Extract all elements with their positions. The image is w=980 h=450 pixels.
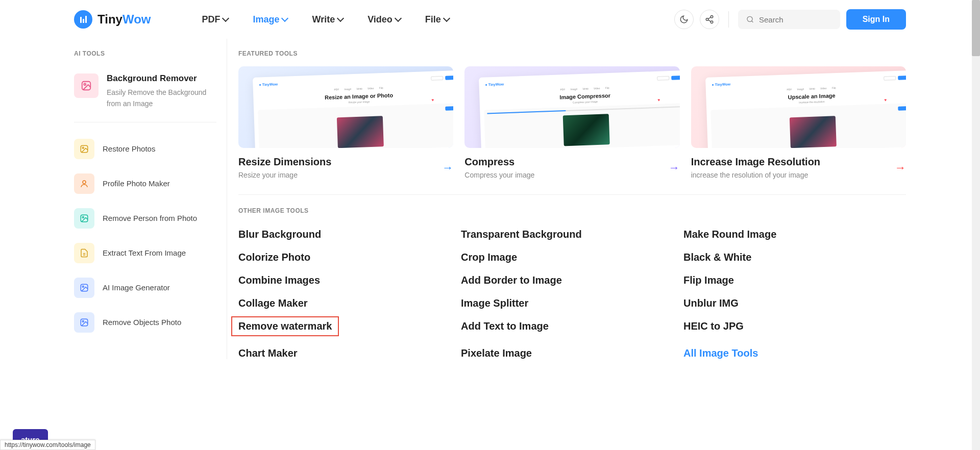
card-preview: ● TinyWowPDFImageWriteVideoFileResize an… — [238, 66, 453, 148]
tool-remove-watermark[interactable]: Remove watermark — [231, 316, 339, 336]
tool-pixelate-image[interactable]: Pixelate Image — [461, 347, 683, 359]
share-button[interactable] — [700, 10, 719, 29]
tool-collage-maker[interactable]: Collage Maker — [238, 297, 461, 309]
user-icon — [74, 173, 94, 194]
tool-heic-to-jpg[interactable]: HEIC to JPG — [683, 320, 906, 336]
chevron-down-icon — [281, 15, 288, 22]
other-section-label: OTHER IMAGE TOOLS — [238, 207, 906, 214]
featured-card-compress[interactable]: ● TinyWowPDFImageWriteVideoFileImage Com… — [464, 66, 679, 179]
tool-make-round-image[interactable]: Make Round Image — [683, 229, 906, 240]
search-box[interactable] — [738, 10, 840, 29]
sidebar-item-restore-photos[interactable]: Restore Photos — [74, 132, 216, 166]
featured-card-resize[interactable]: ● TinyWowPDFImageWriteVideoFileResize an… — [238, 66, 453, 179]
logo[interactable]: TinyWow — [74, 10, 151, 29]
arrow-right-icon: → — [669, 161, 680, 174]
tool-unblur-img[interactable]: Unblur IMG — [683, 297, 906, 309]
tool-black-white[interactable]: Black & White — [683, 252, 906, 263]
svg-point-17 — [82, 286, 84, 287]
svg-point-8 — [84, 83, 86, 85]
tool-add-border[interactable]: Add Border to Image — [461, 274, 683, 286]
nav-file[interactable]: File — [425, 14, 449, 25]
sidebar-item-remove-person[interactable]: Remove Person from Photo — [74, 201, 216, 236]
tools-grid: Blur Background Transparent Background M… — [238, 229, 906, 359]
image-icon — [74, 312, 94, 333]
chevron-down-icon — [395, 15, 402, 22]
image-icon — [74, 73, 99, 98]
card-subtitle: Resize your image — [238, 171, 331, 179]
sidebar-item-label: Extract Text From Image — [103, 248, 186, 257]
svg-point-2 — [710, 21, 713, 23]
logo-icon — [74, 10, 92, 29]
svg-line-3 — [708, 20, 710, 21]
search-input[interactable] — [759, 15, 832, 24]
card-subtitle: Compress your image — [464, 171, 534, 179]
sidebar-item-label: Restore Photos — [103, 144, 155, 153]
tool-flip-image[interactable]: Flip Image — [683, 274, 906, 286]
tool-chart-maker[interactable]: Chart Maker — [238, 347, 461, 359]
card-title: Compress — [464, 156, 534, 168]
scrollbar[interactable] — [972, 0, 980, 450]
header-right: Sign In — [674, 9, 906, 30]
status-bar-url: https://tinywow.com/tools/image — [0, 440, 95, 450]
nav-pdf[interactable]: PDF — [202, 14, 228, 25]
featured-row: ● TinyWowPDFImageWriteVideoFileResize an… — [238, 66, 906, 179]
tool-combine-images[interactable]: Combine Images — [238, 274, 461, 286]
sidebar-featured-item[interactable]: Background Remover Easily Remove the Bac… — [74, 66, 216, 117]
sidebar-item-label: Profile Photo Maker — [103, 179, 170, 188]
svg-point-10 — [82, 147, 84, 148]
sidebar-featured-desc: Easily Remove the Background from an Ima… — [107, 87, 216, 110]
card-subtitle: increase the resolution of your image — [691, 171, 820, 179]
arrow-right-icon: → — [442, 161, 453, 174]
main-nav: PDF Image Write Video File — [202, 14, 449, 25]
svg-point-1 — [706, 18, 708, 21]
tool-image-splitter[interactable]: Image Splitter — [461, 297, 683, 309]
divider — [728, 11, 729, 28]
card-preview: ● TinyWowPDFImageWriteVideoFileUpscale a… — [691, 66, 906, 148]
sidebar: AI TOOLS Background Remover Easily Remov… — [74, 39, 227, 359]
brand-text: TinyWow — [97, 12, 151, 27]
content: AI TOOLS Background Remover Easily Remov… — [0, 39, 980, 359]
featured-card-upscale[interactable]: ● TinyWowPDFImageWriteVideoFileUpscale a… — [691, 66, 906, 179]
sidebar-item-label: Remove Objects Photo — [103, 318, 181, 327]
image-icon — [74, 278, 94, 298]
nav-video[interactable]: Video — [368, 14, 401, 25]
svg-point-13 — [82, 216, 84, 218]
svg-point-19 — [82, 320, 84, 322]
tool-crop-image[interactable]: Crop Image — [461, 252, 683, 263]
tool-blur-background[interactable]: Blur Background — [238, 229, 461, 240]
signin-button[interactable]: Sign In — [846, 9, 906, 30]
svg-point-11 — [83, 181, 86, 184]
sidebar-item-label: Remove Person from Photo — [103, 214, 197, 222]
header: TinyWow PDF Image Write Video File Sign … — [0, 0, 980, 39]
image-icon — [74, 208, 94, 229]
nav-image[interactable]: Image — [253, 14, 287, 25]
moon-icon — [679, 15, 689, 24]
tool-add-text[interactable]: Add Text to Image — [461, 320, 683, 336]
sidebar-item-ai-generator[interactable]: AI Image Generator — [74, 270, 216, 305]
card-title: Increase Image Resolution — [691, 156, 820, 168]
main: FEATURED TOOLS ● TinyWowPDFImageWriteVid… — [227, 39, 906, 359]
sidebar-item-remove-objects[interactable]: Remove Objects Photo — [74, 305, 216, 340]
tool-transparent-background[interactable]: Transparent Background — [461, 229, 683, 240]
search-icon — [746, 15, 754, 24]
sidebar-item-label: AI Image Generator — [103, 283, 170, 292]
chevron-down-icon — [222, 15, 229, 22]
sidebar-item-extract-text[interactable]: Extract Text From Image — [74, 236, 216, 270]
scrollbar-thumb[interactable] — [972, 0, 980, 56]
dark-mode-button[interactable] — [674, 10, 694, 29]
svg-line-6 — [751, 21, 753, 22]
chevron-down-icon — [337, 15, 344, 22]
svg-point-0 — [710, 16, 713, 18]
tool-all-image-tools[interactable]: All Image Tools — [683, 347, 906, 359]
featured-section-label: FEATURED TOOLS — [238, 50, 906, 57]
nav-write[interactable]: Write — [312, 14, 343, 25]
arrow-right-icon: → — [895, 161, 906, 174]
chevron-down-icon — [443, 15, 450, 22]
share-icon — [705, 15, 714, 24]
svg-line-4 — [708, 17, 710, 19]
image-icon — [74, 139, 94, 159]
divider — [238, 194, 906, 195]
sidebar-item-profile-photo[interactable]: Profile Photo Maker — [74, 166, 216, 201]
tool-colorize-photo[interactable]: Colorize Photo — [238, 252, 461, 263]
card-title: Resize Dimensions — [238, 156, 331, 168]
